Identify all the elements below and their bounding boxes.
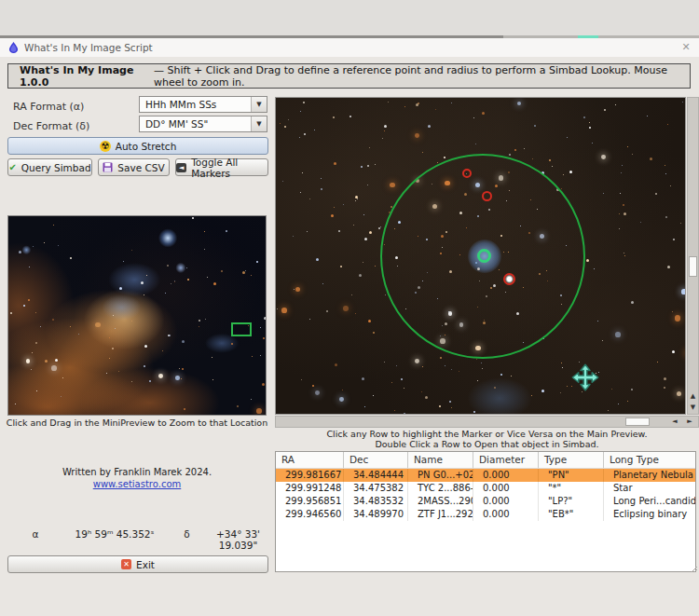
- table-hint-line1: Click any Row to highlight the Marker or…: [275, 429, 699, 439]
- cell-longtype: Planetary Nebula: [603, 469, 695, 482]
- cell-ra: 299.981667: [276, 469, 343, 482]
- exit-label: Exit: [136, 559, 155, 570]
- main-preview-area: ▲ ▼ ◄ ►: [275, 97, 699, 428]
- exit-x-icon: ✕: [121, 559, 131, 569]
- table-row[interactable]: 299.981667 34.484444 PN G0...+02.4 0.000…: [276, 469, 695, 482]
- cell-diameter: 0.000: [473, 469, 538, 482]
- table-row[interactable]: 299.991248 34.475382 TYC 2...886-1 0.000…: [276, 482, 695, 495]
- marker-selected-green[interactable]: [477, 249, 491, 263]
- mini-preview[interactable]: [7, 215, 267, 416]
- nebula-patch: [467, 377, 532, 415]
- cell-ra: 299.946560: [276, 508, 343, 521]
- scroll-up-icon[interactable]: ▲: [688, 390, 698, 402]
- chevron-down-icon[interactable]: ▼: [251, 116, 267, 131]
- cell-dec: 34.483532: [343, 495, 407, 508]
- dec-format-select[interactable]: DD° MM' SS" ▼: [139, 116, 267, 132]
- toggle-markers-icon: ◄: [176, 163, 186, 172]
- cell-name: TYC 2...886-1: [407, 482, 473, 495]
- query-simbad-label: Query Simbad: [21, 162, 91, 173]
- marker-red-3[interactable]: [503, 273, 515, 285]
- ra-format-select[interactable]: HHh MMm SSs ▼: [139, 96, 267, 113]
- marker-red-1[interactable]: [462, 169, 472, 178]
- dec-format-value: DD° MM' SS": [140, 118, 251, 130]
- pan-move-icon[interactable]: [571, 363, 599, 391]
- scroll-right-icon[interactable]: ►: [683, 417, 696, 427]
- floppy-disk-icon: [103, 162, 113, 172]
- cell-name: ZTF J1...2923.8: [407, 508, 473, 521]
- ra-value: 19ʰ 59ᵐ 45.352ˢ: [63, 528, 166, 551]
- close-icon[interactable]: ✕: [678, 41, 693, 53]
- chevron-down-icon[interactable]: ▼: [251, 97, 267, 112]
- check-icon: ✔: [8, 162, 16, 172]
- app-icon: [8, 42, 19, 53]
- table-hint-line2: Double Click a Row to Open that object i…: [275, 439, 699, 449]
- table-row[interactable]: 299.946560 34.489970 ZTF J1...2923.8 0.0…: [276, 508, 695, 521]
- scroll-left-icon[interactable]: ◄: [668, 417, 681, 427]
- ra-format-value: HHh MMm SSs: [140, 99, 251, 110]
- column-header-name: Name: [407, 452, 473, 468]
- vertical-scrollbar[interactable]: ▲ ▼: [687, 97, 699, 415]
- cell-dec: 34.489970: [343, 508, 407, 521]
- cell-longtype: Eclipsing binary: [603, 508, 695, 521]
- horizontal-scrollbar-thumb[interactable]: [625, 418, 650, 426]
- column-header-dec: Dec: [343, 452, 407, 468]
- resize-grip[interactable]: [691, 566, 697, 572]
- table-row[interactable]: 299.956851 34.483532 2MASS...29006 0.000…: [276, 495, 695, 508]
- cell-ra: 299.991248: [276, 482, 343, 495]
- background-window-edge: [0, 0, 699, 35]
- marker-red-2[interactable]: [482, 191, 492, 201]
- cell-longtype: Star: [603, 482, 695, 495]
- table-header-row: RA Dec Name Diameter Type Long Type: [276, 452, 695, 469]
- cell-dec: 34.484444: [343, 469, 407, 482]
- ra-format-label: RA Format (α): [13, 101, 84, 113]
- header-app-version: What's In My Image 1.0.0: [20, 64, 149, 89]
- cell-dec: 34.475382: [343, 482, 407, 495]
- table-body: 299.981667 34.484444 PN G0...+02.4 0.000…: [276, 469, 695, 521]
- window-title: What's In My Image Script: [24, 42, 153, 53]
- zoom-region-rect: [231, 322, 252, 336]
- cell-diameter: 0.000: [473, 508, 538, 521]
- results-table: RA Dec Name Diameter Type Long Type 299.…: [275, 451, 696, 572]
- ra-symbol: α: [7, 528, 63, 551]
- cell-type: "*": [538, 482, 603, 495]
- dec-symbol: δ: [166, 528, 208, 551]
- save-csv-button[interactable]: Save CSV: [98, 158, 170, 176]
- cell-diameter: 0.000: [473, 482, 538, 495]
- query-simbad-button[interactable]: ✔ Query Simbad: [7, 158, 92, 176]
- exit-button[interactable]: ✕ Exit: [7, 555, 268, 573]
- cell-type: "LP?": [538, 495, 603, 508]
- cell-name: PN G0...+02.4: [407, 469, 473, 482]
- cell-ra: 299.956851: [276, 495, 343, 508]
- radiation-icon: ☢: [100, 141, 111, 152]
- horizontal-scrollbar[interactable]: ◄ ►: [275, 416, 699, 428]
- mini-preview-caption: Click and Drag in the MiniPreview to Zoo…: [0, 418, 274, 428]
- dec-format-label: Dec Format (δ): [13, 120, 89, 132]
- auto-stretch-button[interactable]: ☢ Auto Stretch: [7, 137, 268, 155]
- app-window: What's In My Image Script ✕ What's In My…: [0, 38, 699, 616]
- cell-type: "PN": [538, 469, 603, 482]
- cell-type: "EB*": [538, 508, 603, 521]
- auto-stretch-label: Auto Stretch: [116, 141, 177, 152]
- cell-diameter: 0.000: [473, 495, 538, 508]
- website-link[interactable]: www.setiastro.com: [0, 479, 274, 489]
- scroll-down-icon[interactable]: ▼: [688, 402, 698, 413]
- cell-longtype: Long Peri...candidate: [603, 495, 695, 508]
- vertical-scrollbar-thumb[interactable]: [689, 256, 697, 277]
- title-bar: What's In My Image Script ✕: [0, 38, 699, 57]
- save-csv-label: Save CSV: [117, 162, 164, 173]
- dec-value: +34° 33' 19.039": [208, 528, 268, 551]
- column-header-type: Type: [538, 452, 603, 468]
- toggle-markers-label: Toggle All Markers: [191, 157, 267, 179]
- toggle-markers-button[interactable]: ◄ Toggle All Markers: [175, 158, 268, 176]
- mini-preview-starfield: [8, 216, 266, 415]
- column-header-longtype: Long Type: [603, 452, 695, 468]
- header-banner: What's In My Image 1.0.0 — Shift + Click…: [7, 63, 691, 89]
- column-header-diameter: Diameter: [473, 452, 538, 468]
- main-preview[interactable]: [275, 97, 686, 415]
- coordinate-readout: α 19ʰ 59ᵐ 45.352ˢ δ +34° 33' 19.039": [7, 528, 268, 551]
- cell-name: 2MASS...29006: [407, 495, 473, 508]
- screen: What's In My Image Script ✕ What's In My…: [0, 0, 699, 616]
- header-instructions: — Shift + Click and Drag to define a ref…: [154, 64, 690, 89]
- credit-text: Written by Franklin Marek 2024.: [0, 467, 274, 477]
- column-header-ra: RA: [276, 452, 343, 468]
